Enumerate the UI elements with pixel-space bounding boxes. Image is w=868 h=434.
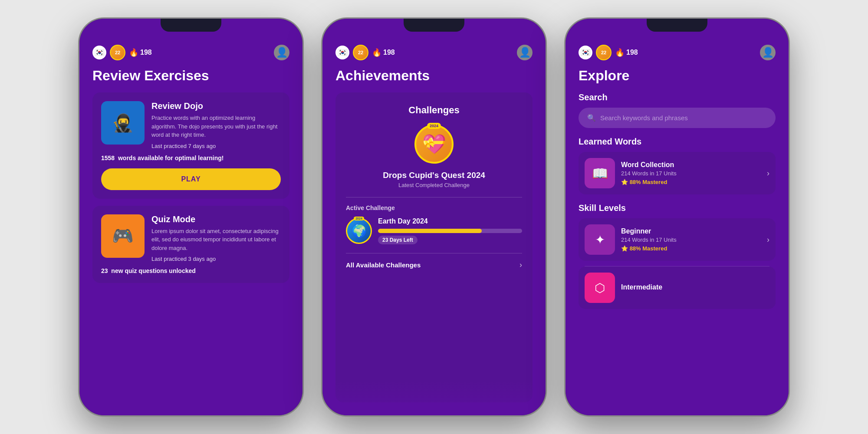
flag-icon-2: 🇰🇷 (335, 46, 349, 59)
all-challenges-row[interactable]: All Available Challenges › (346, 253, 522, 270)
words-available: 1558 words available for optimal learnin… (101, 155, 281, 161)
play-button[interactable]: PLAY (101, 168, 281, 190)
completed-badge-container: 2024 💝 (346, 125, 522, 164)
active-challenge-row: 2024 🌍 Earth Day 2024 23 Days Left (346, 217, 522, 244)
beginner-skill-icon: ✦ (585, 224, 615, 255)
status-bar-1: 🇰🇷 22 🔥 198 👤 (92, 40, 289, 67)
user-icon-3: 👤 (762, 47, 774, 58)
review-dojo-content: Review Dojo Practice words with an optim… (151, 101, 281, 149)
quiz-mode-last-practiced: Last practiced 3 days ago (151, 256, 281, 262)
active-challenge-info: Earth Day 2024 23 Days Left (378, 217, 522, 244)
page-title-explore: Explore (579, 67, 776, 84)
progress-bar-fill (378, 229, 482, 233)
search-box[interactable]: 🔍 Search keywords and phrases (579, 108, 776, 128)
all-challenges-text: All Available Challenges (346, 261, 421, 269)
screen-review: 🇰🇷 22 🔥 198 👤 Review Exercises (79, 19, 302, 415)
challenges-title: Challenges (346, 105, 522, 116)
streak-counter-2: 🔥 198 (372, 48, 395, 57)
review-dojo-desc: Practice words with an optimized learnin… (151, 114, 281, 139)
search-placeholder-text: Search keywords and phrases (600, 114, 688, 122)
flag-icon-3: 🇰🇷 (579, 46, 592, 59)
quiz-mode-content: Quiz Mode Lorem ipsum dolor sit amet, co… (151, 214, 281, 263)
word-collection-item[interactable]: 📖 Word Collection 214 Words in 17 Units … (579, 152, 776, 194)
notch-2 (404, 19, 464, 32)
word-collection-info: Word Collection 214 Words in 17 Units ⭐ … (621, 161, 761, 185)
divider-1 (346, 197, 522, 197)
page-title-achievements: Achievements (335, 67, 533, 84)
word-collection-mastered: ⭐ 88% Mastered (621, 179, 761, 185)
active-challenge-label: Active Challenge (346, 204, 522, 211)
completed-badge: 2024 💝 (414, 125, 454, 164)
review-dojo-last-practiced: Last practiced 7 days ago (151, 143, 281, 149)
user-icon-2: 👤 (519, 47, 531, 58)
search-section: Search 🔍 Search keywords and phrases (579, 92, 776, 128)
intermediate-skill-icon: ⬡ (585, 273, 615, 303)
days-left-badge: 23 Days Left (378, 236, 418, 244)
badge-year: 2024 (427, 123, 441, 129)
notch-3 (647, 19, 707, 32)
phone-review: 🇰🇷 22 🔥 198 👤 Review Exercises (78, 17, 304, 417)
beginner-skill-info: Beginner 214 Words in 17 Units ⭐ 88% Mas… (621, 227, 761, 252)
avatar-1[interactable]: 👤 (274, 45, 289, 60)
streak-counter-1: 🔥 198 (129, 48, 152, 57)
challenges-card: Challenges 2024 💝 Drops Cupid's Quest 20… (335, 92, 533, 402)
avatar-2[interactable]: 👤 (517, 45, 533, 60)
phones-container: 🇰🇷 22 🔥 198 👤 Review Exercises (0, 0, 868, 434)
page-title-review: Review Exercises (92, 67, 289, 84)
level-badge-2: 22 (353, 45, 368, 60)
active-badge: 2024 🌍 (346, 218, 372, 244)
notch-1 (161, 19, 221, 32)
beginner-sub: 214 Words in 17 Units (621, 237, 761, 243)
intermediate-title: Intermediate (621, 283, 769, 291)
completed-challenge-name: Drops Cupid's Quest 2024 (346, 171, 522, 180)
level-badge-3: 22 (596, 45, 612, 60)
quiz-mode-desc: Lorem ipsum dolor sit amet, consectetur … (151, 227, 281, 253)
beginner-mastered: ⭐ 88% Mastered (621, 245, 761, 252)
word-collection-icon: 📖 (585, 158, 615, 188)
quiz-unlocked: 23 new quiz questions unlocked (101, 267, 281, 274)
streak-counter-3: 🔥 198 (615, 48, 638, 57)
active-badge-year: 2024 (354, 217, 364, 220)
beginner-title: Beginner (621, 227, 761, 235)
status-bar-2: 🇰🇷 22 🔥 198 👤 (335, 40, 533, 67)
review-dojo-title: Review Dojo (151, 101, 281, 111)
review-dojo-card[interactable]: 🥷 Review Dojo Practice words with an opt… (92, 92, 289, 199)
user-icon-1: 👤 (276, 47, 288, 58)
word-collection-title: Word Collection (621, 161, 761, 169)
learned-words-title: Learned Words (579, 137, 776, 147)
screen-achievements: 🇰🇷 22 🔥 198 👤 Achievements (322, 19, 546, 415)
phone-explore: 🇰🇷 22 🔥 198 👤 Explore (564, 17, 790, 417)
progress-bar-container (378, 229, 522, 233)
quiz-mode-image: 🎮 (101, 214, 145, 258)
beginner-skill-item[interactable]: ✦ Beginner 214 Words in 17 Units ⭐ 88% M… (579, 218, 776, 261)
fire-icon-3: 🔥 (615, 48, 625, 57)
fire-icon-2: 🔥 (372, 48, 381, 57)
phone-achievements: 🇰🇷 22 🔥 198 👤 Achievements (321, 17, 547, 417)
learned-words-section: Learned Words 📖 Word Collection 214 Word… (579, 137, 776, 194)
quiz-mode-title: Quiz Mode (151, 214, 281, 224)
skill-levels-title: Skill Levels (579, 203, 776, 213)
search-section-title: Search (579, 92, 776, 102)
status-bar-3: 🇰🇷 22 🔥 198 👤 (579, 40, 776, 67)
chevron-icon: › (519, 260, 522, 270)
quiz-mode-card[interactable]: 🎮 Quiz Mode Lorem ipsum dolor sit amet, … (92, 206, 289, 283)
flag-icon-1: 🇰🇷 (92, 46, 106, 59)
screen-explore: 🇰🇷 22 🔥 198 👤 Explore (566, 19, 789, 415)
wc-chevron-icon: › (767, 169, 769, 178)
word-collection-sub: 214 Words in 17 Units (621, 170, 761, 177)
review-dojo-image: 🥷 (101, 101, 145, 145)
fire-icon-1: 🔥 (129, 48, 138, 57)
skill-levels-section: Skill Levels ✦ Beginner 214 Words in 17 … (579, 203, 776, 309)
active-challenge-name: Earth Day 2024 (378, 217, 522, 225)
avatar-3[interactable]: 👤 (760, 45, 776, 60)
intermediate-skill-item[interactable]: ⬡ Intermediate (579, 266, 776, 309)
beginner-chevron-icon: › (767, 235, 769, 244)
completed-challenge-sub: Latest Completed Challenge (346, 182, 522, 188)
intermediate-skill-info: Intermediate (621, 283, 769, 293)
search-icon: 🔍 (587, 114, 596, 122)
level-badge-1: 22 (110, 45, 125, 60)
